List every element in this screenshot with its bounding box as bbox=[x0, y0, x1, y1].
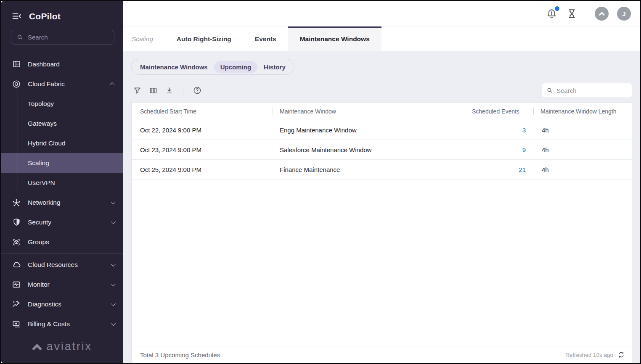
user-avatar[interactable]: J bbox=[617, 7, 631, 21]
download-icon[interactable] bbox=[165, 86, 174, 95]
cloud-fabric-submenu: Topology Gateways Hybrid Cloud Scaling U… bbox=[1, 94, 123, 193]
cell-events: 9 bbox=[465, 146, 533, 153]
refreshed-label: Refreshed 10s ago bbox=[565, 352, 613, 358]
search-icon bbox=[546, 87, 553, 94]
sidebar-item-dashboard[interactable]: Dashboard bbox=[1, 54, 123, 74]
table-row[interactable]: Oct 23, 2024 9:00 PM Salesforce Maintena… bbox=[132, 140, 632, 160]
sidebar-item-networking[interactable]: Networking bbox=[1, 193, 123, 212]
maintenance-segmented-control: Maintenance Windows Upcoming History bbox=[131, 59, 294, 75]
table-toolbar bbox=[131, 83, 632, 98]
column-header-window[interactable]: Maintenance Window bbox=[273, 103, 465, 120]
cell-window: Finance Maintenance bbox=[273, 166, 465, 173]
sidebar-search[interactable] bbox=[11, 30, 114, 45]
app-title: CoPilot bbox=[29, 11, 61, 21]
monitor-icon bbox=[11, 280, 21, 289]
columns-icon[interactable] bbox=[149, 86, 158, 95]
cell-window: Salesforce Maintenance Window bbox=[273, 146, 465, 153]
top-bar: J bbox=[123, 1, 640, 26]
aviatrix-avatar[interactable] bbox=[595, 7, 609, 21]
cell-events: 21 bbox=[465, 166, 533, 173]
sidebar-item-gateways[interactable]: Gateways bbox=[1, 113, 123, 133]
notification-bell-icon[interactable] bbox=[546, 8, 558, 20]
sidebar-item-scaling[interactable]: Scaling bbox=[1, 153, 123, 173]
segment-maintenance-windows[interactable]: Maintenance Windows bbox=[134, 61, 214, 73]
main-area: J Scaling Auto Right-Sizing Events Maint… bbox=[123, 1, 640, 363]
sidebar-item-security[interactable]: Security bbox=[1, 212, 123, 232]
aviatrix-logo-text: aviatrix bbox=[46, 340, 92, 353]
sidebar-item-cloud-fabric[interactable]: Cloud Fabric bbox=[1, 74, 123, 94]
table-header: Scheduled Start Time Maintenance Window … bbox=[132, 103, 632, 120]
column-header-length[interactable]: Maintenance Window Length bbox=[533, 103, 632, 120]
cell-start-time: Oct 22, 2024 9:00 PM bbox=[132, 127, 273, 134]
sidebar: CoPilot Dashboard Cloud Fabric bbox=[1, 1, 123, 363]
groups-icon bbox=[11, 237, 21, 247]
shield-icon bbox=[11, 218, 21, 227]
app-window: CoPilot Dashboard Cloud Fabric bbox=[0, 0, 641, 364]
cell-start-time: Oct 25, 2024 9:00 PM bbox=[132, 166, 273, 173]
tab-bar: Scaling Auto Right-Sizing Events Mainten… bbox=[123, 26, 640, 51]
sidebar-header: CoPilot bbox=[1, 1, 123, 21]
table-empty-area bbox=[132, 179, 632, 346]
content-panel: Maintenance Windows Upcoming History bbox=[123, 51, 640, 363]
events-count-link[interactable]: 21 bbox=[519, 166, 526, 173]
chevron-down-icon bbox=[111, 199, 116, 204]
cell-length: 4h bbox=[533, 127, 632, 134]
chevron-down-icon bbox=[111, 321, 116, 325]
cloud-icon bbox=[11, 260, 21, 269]
sidebar-nav: Dashboard Cloud Fabric Topology Gateways… bbox=[1, 54, 123, 363]
segment-history[interactable]: History bbox=[257, 61, 292, 73]
hourglass-icon[interactable] bbox=[566, 8, 577, 19]
tab-auto-right-sizing[interactable]: Auto Right-Sizing bbox=[165, 26, 243, 51]
sidebar-item-monitor[interactable]: Monitor bbox=[1, 274, 123, 294]
sidebar-item-groups[interactable]: Groups bbox=[1, 232, 123, 252]
maintenance-table: Scheduled Start Time Maintenance Window … bbox=[131, 102, 632, 363]
tab-maintenance-windows[interactable]: Maintenance Windows bbox=[288, 26, 381, 51]
sidebar-item-billing[interactable]: Billing & Costs bbox=[1, 314, 123, 334]
sidebar-item-topology[interactable]: Topology bbox=[1, 94, 123, 113]
events-count-link[interactable]: 3 bbox=[522, 127, 526, 134]
cell-length: 4h bbox=[533, 146, 632, 153]
cloud-fabric-icon bbox=[11, 79, 21, 89]
chevron-down-icon bbox=[111, 301, 116, 306]
tab-events[interactable]: Events bbox=[243, 26, 288, 51]
collapse-sidebar-icon[interactable] bbox=[11, 11, 22, 21]
help-icon[interactable] bbox=[193, 86, 202, 95]
table-search-input[interactable] bbox=[556, 87, 628, 94]
table-search[interactable] bbox=[542, 83, 632, 98]
total-count-label: Total 3 Upcoming Schedules bbox=[140, 351, 220, 359]
toolbar-divider bbox=[183, 86, 183, 95]
networking-icon bbox=[11, 198, 21, 207]
chevron-down-icon bbox=[111, 281, 116, 286]
sidebar-search-input[interactable] bbox=[28, 34, 109, 41]
column-header-start-time[interactable]: Scheduled Start Time bbox=[132, 103, 273, 120]
segment-upcoming[interactable]: Upcoming bbox=[214, 61, 257, 73]
table-row[interactable]: Oct 22, 2024 9:00 PM Engg Maintenance Wi… bbox=[132, 120, 632, 140]
tab-scaling[interactable]: Scaling bbox=[132, 26, 165, 51]
chevron-down-icon bbox=[111, 219, 116, 224]
sidebar-item-uservpn[interactable]: UserVPN bbox=[1, 173, 123, 193]
refresh-icon[interactable] bbox=[617, 351, 625, 359]
chevron-down-icon bbox=[111, 261, 116, 266]
sidebar-item-diagnostics[interactable]: Diagnostics bbox=[1, 294, 123, 314]
filter-icon[interactable] bbox=[133, 86, 142, 95]
aviatrix-logo-mark-icon bbox=[32, 342, 42, 351]
sidebar-item-cloud-resources[interactable]: Cloud Resources bbox=[1, 255, 123, 274]
cell-length: 4h bbox=[533, 166, 632, 173]
aviatrix-logo: aviatrix bbox=[1, 334, 123, 363]
cell-start-time: Oct 23, 2024 9:00 PM bbox=[132, 146, 273, 153]
search-icon bbox=[16, 34, 24, 41]
notification-badge bbox=[555, 6, 559, 11]
events-count-link[interactable]: 9 bbox=[522, 146, 526, 153]
table-row[interactable]: Oct 25, 2024 9:00 PM Finance Maintenance… bbox=[132, 160, 632, 179]
column-header-events[interactable]: Scheduled Events bbox=[465, 103, 533, 120]
dashboard-icon bbox=[11, 60, 21, 69]
cell-window: Engg Maintenance Window bbox=[273, 127, 465, 134]
sidebar-divider bbox=[1, 253, 123, 253]
billing-icon bbox=[11, 319, 21, 329]
topbar-divider bbox=[586, 8, 586, 19]
table-footer: Total 3 Upcoming Schedules Refreshed 10s… bbox=[132, 346, 632, 363]
cell-events: 3 bbox=[465, 127, 533, 134]
sidebar-item-hybrid-cloud[interactable]: Hybrid Cloud bbox=[1, 133, 123, 153]
diagnostics-icon bbox=[11, 300, 21, 309]
